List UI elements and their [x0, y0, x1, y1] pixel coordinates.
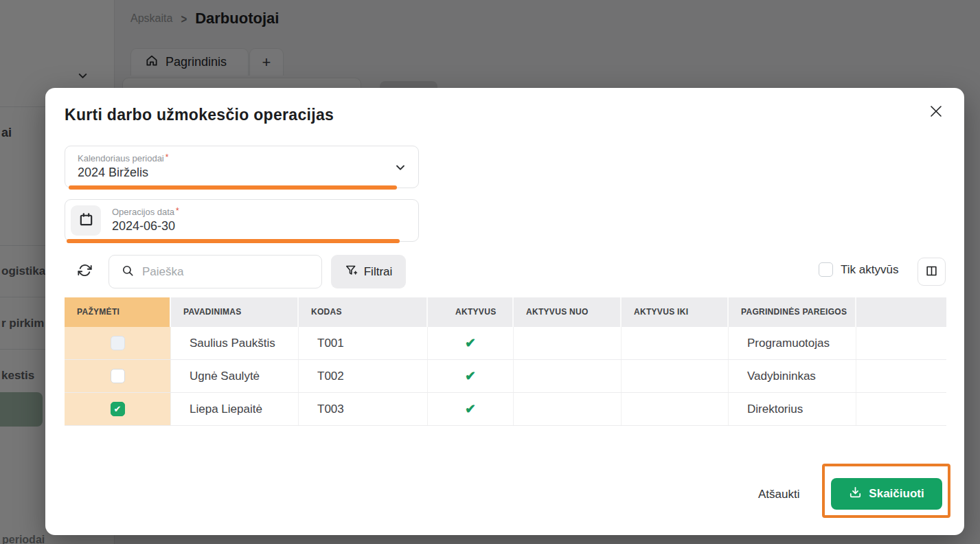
period-value: 2024 Birželis [78, 166, 148, 180]
cell-position: Vadybininkas [729, 360, 856, 392]
cell-active-from [514, 360, 622, 392]
header-aktyvus-nuo: AKTYVUS NUO [514, 297, 622, 327]
period-label: Kalendoriaus periodai* [78, 152, 168, 163]
cell-empty [856, 393, 946, 425]
close-icon [928, 104, 944, 121]
cell-position: Programuotojas [729, 327, 856, 359]
search-icon [122, 264, 134, 280]
table-header-row: PAŽYMĖTI PAVADINIMAS KODAS AKTYVUS AKTYV… [65, 297, 946, 327]
header-aktyvus: AKTYVUS [428, 297, 514, 327]
row-checkbox[interactable] [111, 369, 125, 383]
refresh-icon [78, 269, 92, 280]
check-icon: ✔ [465, 368, 476, 384]
cell-active-to [622, 393, 729, 425]
active-only-toggle[interactable]: Tik aktyvūs [819, 262, 898, 277]
row-select-cell: ✔ [65, 393, 171, 425]
filter-button[interactable]: Filtrai [331, 255, 406, 288]
refresh-button[interactable] [76, 263, 93, 280]
active-only-label: Tik aktyvūs [841, 263, 898, 277]
row-checkbox[interactable]: ✔ [111, 402, 125, 416]
calendar-icon [78, 212, 94, 230]
row-checkbox[interactable] [111, 336, 125, 350]
cell-active-to [622, 327, 729, 359]
download-icon [849, 486, 862, 502]
cell-code: T001 [299, 327, 428, 359]
search-input[interactable] [142, 265, 321, 279]
check-icon: ✔ [465, 401, 476, 417]
cell-active: ✔ [428, 360, 514, 392]
calendar-icon-button[interactable] [71, 205, 101, 236]
header-aktyvus-iki: AKTYVUS IKI [622, 297, 729, 327]
cell-active-from [514, 327, 622, 359]
active-only-checkbox[interactable] [819, 262, 833, 277]
cell-code: T002 [299, 360, 428, 392]
employee-table: PAŽYMĖTI PAVADINIMAS KODAS AKTYVUS AKTYV… [65, 297, 946, 426]
employee-table-body: Saulius Paukštis T001 ✔ Programuotojas U… [65, 327, 946, 426]
cancel-button[interactable]: Atšaukti [753, 484, 805, 506]
calculate-label: Skaičiuoti [869, 487, 924, 501]
cell-name: Saulius Paukštis [171, 327, 299, 359]
cell-name: Ugnė Saulytė [171, 360, 299, 392]
header-pazymeti: PAŽYMĖTI [65, 297, 171, 327]
header-pavadinimas: PAVADINIMAS [171, 297, 299, 327]
header-pagrindines-pareigos: PAGRINDINĖS PAREIGOS [729, 297, 856, 327]
row-select-cell [65, 360, 171, 392]
date-value: 2024-06-30 [112, 219, 175, 234]
date-field[interactable]: Operacijos data* 2024-06-30 [65, 199, 419, 242]
filter-label: Filtrai [364, 265, 393, 279]
columns-icon [925, 264, 938, 280]
header-empty [856, 297, 946, 327]
cell-active: ✔ [428, 327, 514, 359]
date-label: Operacijos data* [112, 206, 179, 217]
cell-name: Liepa Liepaitė [171, 393, 299, 425]
cell-position: Direktorius [729, 393, 856, 425]
cell-active-to [622, 360, 729, 392]
period-select[interactable]: Kalendoriaus periodai* 2024 Birželis [65, 146, 419, 188]
table-row[interactable]: Ugnė Saulytė T002 ✔ Vadybininkas [65, 360, 946, 393]
required-asterisk: * [176, 206, 179, 216]
column-settings-button[interactable] [918, 258, 946, 286]
table-row[interactable]: Saulius Paukštis T001 ✔ Programuotojas [65, 327, 946, 360]
check-icon: ✔ [465, 335, 476, 351]
cell-empty [856, 360, 946, 392]
field-accent-bar [67, 239, 400, 243]
cell-active-from [514, 393, 622, 425]
filter-icon [345, 264, 358, 280]
close-button[interactable] [926, 102, 946, 122]
table-row[interactable]: ✔ Liepa Liepaitė T003 ✔ Direktorius [65, 393, 946, 426]
row-select-cell [65, 327, 171, 359]
search-box [109, 255, 322, 288]
required-asterisk: * [166, 152, 169, 162]
screen: ai ogistika r pirkim kestis periodai Aps… [0, 0, 980, 544]
cell-empty [856, 327, 946, 359]
cell-code: T003 [299, 393, 428, 425]
cell-active: ✔ [428, 393, 514, 425]
header-kodas: KODAS [299, 297, 428, 327]
field-accent-bar [69, 185, 397, 190]
dialog-title: Kurti darbo užmokesčio operacijas [65, 106, 334, 124]
chevron-down-icon [394, 161, 407, 177]
create-payroll-dialog: Kurti darbo užmokesčio operacijas Kalend… [45, 88, 964, 535]
calculate-button[interactable]: Skaičiuoti [831, 478, 942, 510]
